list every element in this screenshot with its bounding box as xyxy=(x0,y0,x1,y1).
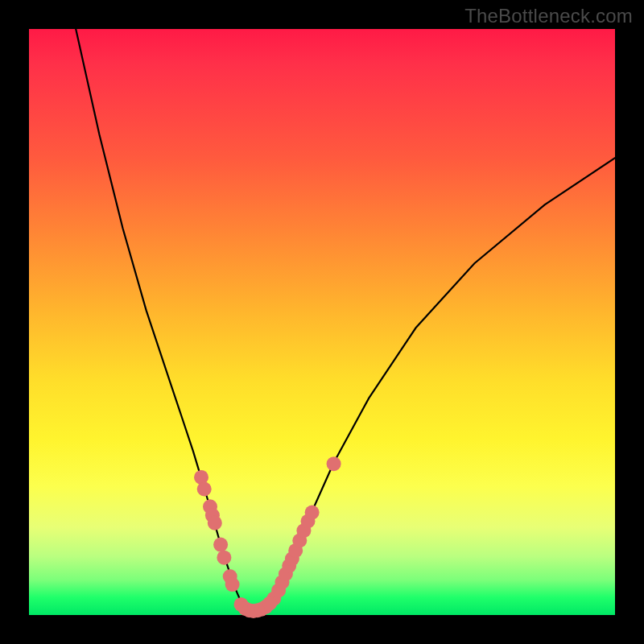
chart-svg xyxy=(29,29,615,615)
data-dot xyxy=(197,482,212,497)
data-dot xyxy=(208,516,222,530)
bottleneck-curve xyxy=(76,29,615,611)
data-dot xyxy=(305,506,320,520)
watermark-text: TheBottleneck.com xyxy=(464,5,633,27)
data-dot xyxy=(262,596,277,610)
dot-layer xyxy=(194,456,341,618)
data-dot xyxy=(217,551,231,565)
plot-area xyxy=(29,29,615,615)
outer-frame: TheBottleneck.com xyxy=(0,0,644,644)
data-dot xyxy=(213,538,228,552)
data-dot xyxy=(327,456,341,471)
data-dot xyxy=(225,577,240,592)
